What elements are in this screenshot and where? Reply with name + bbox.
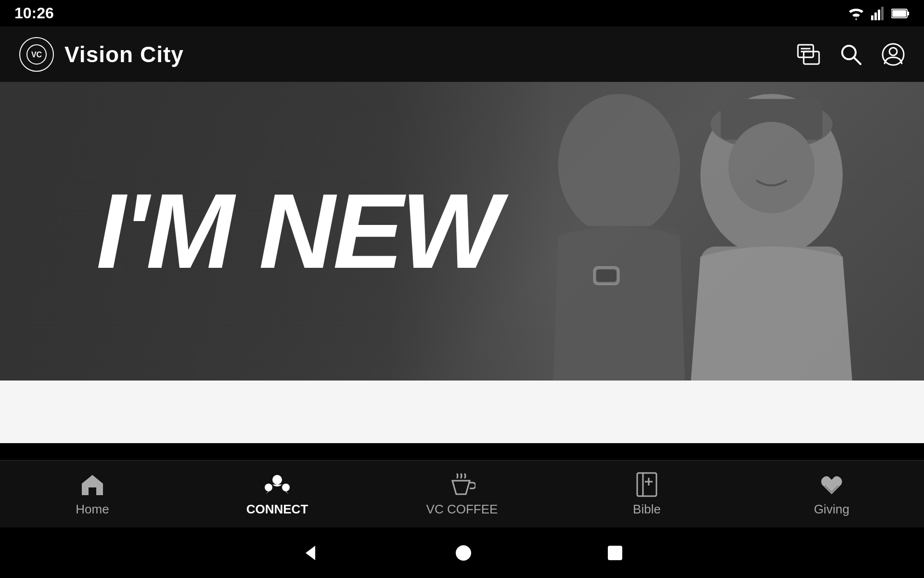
nav-label-connect: CONNECT [246, 502, 308, 517]
nav-label-vc-coffee: VC COFFEE [426, 502, 498, 517]
svg-rect-25 [596, 269, 616, 282]
svg-rect-6 [892, 10, 906, 17]
bottom-nav: Home CONNECT VC COFFEE [0, 460, 924, 527]
battery-icon [891, 8, 910, 19]
svg-rect-29 [637, 473, 656, 496]
home-icon [79, 471, 106, 498]
svg-point-16 [889, 48, 897, 55]
wifi-icon [847, 7, 865, 20]
svg-point-28 [282, 484, 290, 491]
home-button[interactable] [455, 544, 472, 562]
nav-item-connect[interactable]: CONNECT [229, 471, 325, 517]
app-header: VC Vision City [0, 26, 924, 82]
giving-icon [818, 471, 845, 498]
back-button[interactable] [301, 543, 320, 563]
connect-icon [264, 471, 291, 498]
svg-rect-35 [608, 546, 622, 560]
home-system-icon [455, 544, 472, 562]
logo-icon: VC [25, 42, 49, 66]
recents-icon [607, 545, 623, 561]
svg-point-23 [728, 122, 815, 213]
hero-headline: I'M NEW [96, 184, 499, 279]
app-title: Vision City [64, 41, 184, 67]
svg-rect-1 [874, 13, 877, 20]
svg-marker-33 [306, 546, 315, 560]
svg-rect-2 [878, 10, 880, 20]
signal-icon [871, 7, 886, 20]
bible-icon [633, 471, 660, 498]
nav-item-vc-coffee[interactable]: VC COFFEE [414, 471, 510, 517]
header-actions [797, 43, 905, 66]
back-icon [301, 543, 320, 563]
nav-label-bible: Bible [633, 502, 661, 517]
svg-rect-0 [871, 15, 873, 20]
nav-label-giving: Giving [814, 502, 849, 517]
svg-text:VC: VC [31, 51, 42, 59]
nav-item-home[interactable]: Home [44, 471, 141, 517]
svg-point-26 [272, 475, 282, 485]
chat-icon[interactable] [797, 43, 820, 66]
svg-point-27 [265, 484, 272, 491]
hero-banner: I'M NEW [0, 82, 924, 381]
app-logo: VC [19, 37, 54, 72]
status-bar: 10:26 [0, 0, 924, 26]
recents-button[interactable] [607, 545, 623, 561]
nav-item-giving[interactable]: Giving [783, 471, 880, 517]
account-icon[interactable] [882, 43, 905, 66]
svg-point-19 [558, 94, 680, 236]
content-area [0, 381, 924, 443]
hero-text-container: I'M NEW [96, 184, 499, 279]
search-icon[interactable] [839, 43, 862, 66]
header-left: VC Vision City [19, 37, 184, 72]
svg-rect-5 [907, 12, 909, 15]
status-time: 10:26 [14, 4, 54, 22]
system-nav [0, 527, 924, 578]
status-icons [847, 7, 910, 20]
svg-line-14 [854, 57, 860, 64]
coffee-icon [449, 471, 475, 498]
nav-item-bible[interactable]: Bible [599, 471, 695, 517]
nav-label-home: Home [76, 502, 109, 517]
svg-point-34 [456, 545, 471, 561]
svg-rect-3 [881, 7, 884, 20]
